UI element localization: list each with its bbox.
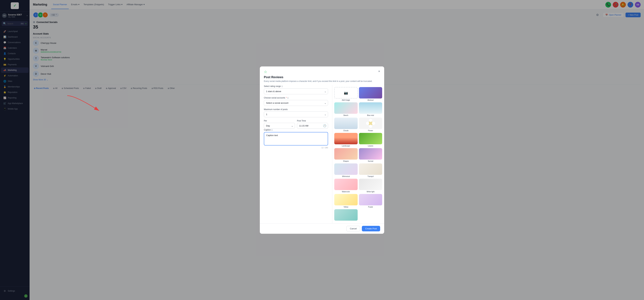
add-image-label: Add Image — [342, 99, 350, 101]
image-label-leaves: Leaves — [368, 145, 373, 147]
modal-images-panel: 📷 Add Image Abstract Beech Blue mist Clo… — [332, 85, 384, 223]
post-reviews-modal: × ☆ Post Reviews Every social media plat… — [260, 66, 384, 234]
image-thumb-surreal — [359, 148, 382, 159]
image-thumb-tranquil — [359, 163, 382, 175]
modal-close-button[interactable]: × — [377, 69, 382, 74]
modal-overlay[interactable]: × ☆ Post Reviews Every social media plat… — [0, 0, 644, 300]
per-select-wrapper: DayWeekMonth — [264, 123, 295, 129]
image-thumb-mint — [334, 209, 358, 221]
image-label-landscape: Landscape — [342, 145, 350, 147]
modal-title: Post Reviews — [264, 76, 380, 79]
image-label-whimsical: Whimsical — [342, 175, 350, 177]
image-item-clouds[interactable]: Clouds — [334, 118, 358, 132]
image-thumb-white-light — [359, 179, 382, 190]
modal-form: Select rating range ℹ 1 stars & above2 s… — [260, 85, 332, 223]
caption-label: Caption ℹ — [264, 129, 328, 131]
create-post-button[interactable]: Create Post — [362, 226, 380, 231]
image-thumb-abstract — [359, 87, 382, 99]
image-label-beech: Beech — [344, 114, 348, 116]
image-item-surreal[interactable]: Surreal — [359, 148, 382, 162]
clock-icon: 🕐 — [323, 124, 326, 127]
image-item-abstract[interactable]: Abstract — [359, 87, 382, 101]
rating-info-icon[interactable]: ℹ — [282, 85, 282, 88]
modal-subtitle: Every social media platform imposes a ch… — [264, 80, 380, 82]
modal-body: Select rating range ℹ 1 stars & above2 s… — [260, 85, 384, 223]
image-thumb-watercolor — [334, 179, 358, 190]
caption-field: Caption ℹ 12 / 280 — [264, 129, 328, 149]
per-label: Per — [264, 120, 295, 122]
max-posts-select-wrapper: 1 2 5 10 — [264, 111, 328, 117]
image-item-watercolor[interactable]: Watercolor — [334, 179, 358, 193]
image-item-beech[interactable]: Beech — [334, 102, 358, 116]
image-item-whimsical[interactable]: Whimsical — [334, 163, 358, 177]
image-item-add-image[interactable]: 📷 Add Image — [334, 87, 358, 101]
image-label-watercolor: Watercolor — [342, 191, 350, 193]
post-time-label: Post Time — [297, 120, 328, 122]
image-thumb-yellow — [334, 194, 358, 205]
image-label-shapes: Shapes — [343, 160, 349, 162]
image-thumb-landscape — [334, 133, 358, 144]
post-time-input-wrapper: 🕐 — [297, 123, 328, 129]
image-label-yellow: Yellow — [344, 206, 348, 208]
social-accounts-field: Choose social accounts * ℹ Select a soci… — [264, 97, 328, 106]
image-thumb-leaves — [359, 133, 382, 144]
image-item-tranquil[interactable]: Tranquil — [359, 163, 382, 177]
caption-info-icon[interactable]: ℹ — [272, 129, 272, 131]
max-posts-select[interactable]: 1 2 5 10 — [264, 111, 328, 117]
add-image-icon: 📷 — [344, 91, 348, 95]
rating-field: Select rating range ℹ 1 stars & above2 s… — [264, 85, 328, 94]
per-field: Per DayWeekMonth — [264, 120, 295, 129]
image-item-leaves[interactable]: Leaves — [359, 133, 382, 147]
image-item-mint[interactable] — [334, 209, 358, 221]
image-item-blue-mist[interactable]: Blue mist — [359, 102, 382, 116]
social-info-icon[interactable]: ℹ — [288, 97, 288, 99]
image-thumb-clouds — [334, 118, 358, 129]
image-thumb-flower — [359, 118, 382, 129]
image-item-shapes[interactable]: Shapes — [334, 148, 358, 162]
image-label-surreal: Surreal — [368, 160, 373, 162]
image-thumb-whimsical — [334, 163, 358, 175]
image-item-yellow[interactable]: Yellow — [334, 194, 358, 208]
image-label-flower: Flower — [368, 130, 373, 132]
image-thumb-shapes — [334, 148, 358, 159]
social-required: * — [286, 97, 287, 99]
max-posts-field: Maximum number of posts 1 2 5 10 — [264, 108, 328, 117]
image-thumb-purple — [359, 194, 382, 205]
add-image-box[interactable]: 📷 — [334, 87, 358, 99]
image-item-purple[interactable]: Purple — [359, 194, 382, 208]
modal-header: ☆ Post Reviews Every social media platfo… — [260, 66, 384, 85]
social-label: Choose social accounts * ℹ — [264, 97, 328, 99]
social-account-select[interactable]: Select a social account — [264, 100, 328, 106]
image-thumb-blue-mist — [359, 102, 382, 114]
image-item-white-light[interactable]: White light — [359, 179, 382, 193]
social-select-wrapper: Select a social account — [264, 100, 328, 106]
max-posts-label: Maximum number of posts — [264, 108, 328, 111]
image-item-flower[interactable]: Flower — [359, 118, 382, 132]
per-time-row: Per DayWeekMonth Post Time 🕐 — [264, 120, 328, 129]
image-label-purple: Purple — [368, 206, 373, 208]
rating-label: Select rating range ℹ — [264, 85, 328, 88]
modal-footer: Cancel Create Post — [260, 223, 384, 234]
image-thumb-beech — [334, 102, 358, 114]
image-label-tranquil: Tranquil — [368, 175, 374, 177]
image-label-blue-mist: Blue mist — [367, 114, 374, 116]
image-label-white-light: White light — [366, 191, 374, 193]
image-label-clouds: Clouds — [343, 130, 348, 132]
caption-textarea[interactable] — [264, 132, 328, 146]
image-label-abstract: Abstract — [368, 99, 374, 101]
per-select[interactable]: DayWeekMonth — [264, 123, 295, 129]
cancel-button[interactable]: Cancel — [346, 226, 360, 231]
star-icon: ☆ — [264, 70, 380, 74]
post-time-field: Post Time 🕐 — [297, 120, 328, 129]
caption-count: 12 / 280 — [264, 147, 328, 149]
rating-select-wrapper: 1 stars & above2 stars & above3 stars & … — [264, 88, 328, 94]
rating-select[interactable]: 1 stars & above2 stars & above3 stars & … — [264, 88, 328, 94]
image-item-landscape[interactable]: Landscape — [334, 133, 358, 147]
